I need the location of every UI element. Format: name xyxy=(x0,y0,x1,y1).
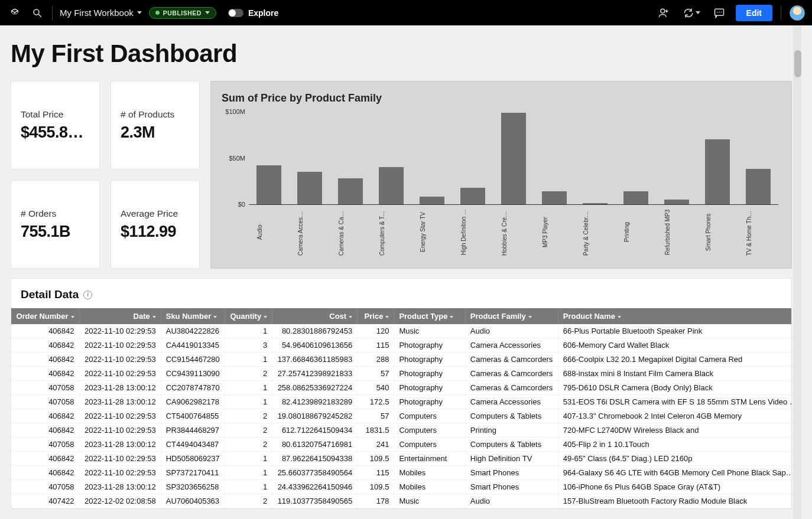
table-cell: 106-iPhone 6s Plus 64GB Space Gray (AT&T… xyxy=(558,480,791,494)
detail-table: Order NumberDateSku NumberQuantityCostPr… xyxy=(11,308,791,508)
table-cell: 27.257412398921833 xyxy=(272,367,358,381)
chart-bar[interactable] xyxy=(664,200,689,204)
avatar[interactable] xyxy=(790,5,805,21)
table-row[interactable]: 4068422022-11-10 02:29:53PR3844468297261… xyxy=(11,423,791,438)
table-cell: 666-Coolpix L32 20.1 Megapixel Digital C… xyxy=(558,352,791,367)
table-cell: Music xyxy=(394,494,465,508)
search-icon[interactable] xyxy=(30,5,45,21)
table-row[interactable]: 4068422022-11-10 02:29:53SP7372170411125… xyxy=(11,466,791,480)
table-row[interactable]: 4070582023-11-28 13:00:12CT4494043487280… xyxy=(11,438,791,452)
chart-bar[interactable] xyxy=(623,191,648,204)
kpi-total-price[interactable]: Total Price $455.8… xyxy=(11,81,100,169)
comments-icon[interactable] xyxy=(711,5,727,21)
explore-toggle[interactable] xyxy=(228,9,243,17)
table-cell: 109.5 xyxy=(358,480,394,494)
chart-card[interactable]: Sum of Price by Product Family $100M$50M… xyxy=(210,81,792,269)
chart-y-tick: $100M xyxy=(225,108,249,115)
table-cell: 137.66846361185983 xyxy=(272,352,358,367)
column-header[interactable]: Cost xyxy=(272,308,358,324)
table-row[interactable]: 4068422022-11-10 02:29:53CA4419013345354… xyxy=(11,338,791,352)
chevron-down-icon xyxy=(205,11,210,14)
table-cell: CC2078747870 xyxy=(161,381,225,395)
table-cell: Cameras & Camcorders xyxy=(465,367,558,381)
svg-point-4 xyxy=(716,11,717,12)
table-header-row: Order NumberDateSku NumberQuantityCostPr… xyxy=(11,308,791,324)
table-cell: 2023-11-28 13:00:12 xyxy=(79,438,161,452)
edit-button[interactable]: Edit xyxy=(736,5,772,21)
table-row[interactable]: 4068422022-11-10 02:29:53HD5058069237187… xyxy=(11,452,791,466)
table-cell: 3 xyxy=(225,338,272,352)
workbook-name-dropdown[interactable]: My First Workbook xyxy=(60,8,142,18)
table-cell: 406842 xyxy=(11,423,79,438)
column-header[interactable]: Order Number xyxy=(11,308,79,324)
info-icon[interactable] xyxy=(83,290,92,299)
column-header[interactable]: Product Name xyxy=(558,308,791,324)
table-cell: 2022-12-02 02:08:58 xyxy=(79,494,161,508)
table-cell: 80.61320754716981 xyxy=(272,438,358,452)
chart-bar[interactable] xyxy=(705,139,730,204)
table-row[interactable]: 4070582023-11-28 13:00:12CA9062982178182… xyxy=(11,395,791,409)
chart-bars xyxy=(249,112,778,204)
table-cell: 80.28301886792453 xyxy=(272,324,358,338)
table-cell: 178 xyxy=(358,494,394,508)
chart-bar[interactable] xyxy=(379,167,404,204)
table-row[interactable]: 4074222022-12-02 02:08:58AU7060405363211… xyxy=(11,494,791,508)
kpi-num-products[interactable]: # of Products 2.3M xyxy=(111,81,200,169)
table-cell: 57 xyxy=(358,409,394,423)
publish-status-badge[interactable]: PUBLISHED xyxy=(149,7,216,19)
app-logo-icon[interactable] xyxy=(7,5,22,21)
table-cell: 82.41239892183289 xyxy=(272,395,358,409)
table-cell: Cameras & Camcorders xyxy=(465,381,558,395)
chart-bar[interactable] xyxy=(542,191,567,204)
chart-x-label: Smart Phones xyxy=(705,208,730,256)
chart-x-label: High Definition … xyxy=(460,208,485,256)
chart-bar[interactable] xyxy=(460,188,485,204)
chart-bar[interactable] xyxy=(501,113,526,204)
table-cell: 2 xyxy=(225,409,272,423)
add-user-icon[interactable] xyxy=(655,5,672,21)
table-cell: 406842 xyxy=(11,452,79,466)
column-header[interactable]: Date xyxy=(79,308,161,324)
chart-bar[interactable] xyxy=(256,165,281,204)
table-cell: 964-Galaxy S6 4G LTE with 64GB Memory Ce… xyxy=(558,466,791,480)
table-cell: AU3804222826 xyxy=(161,324,225,338)
table-cell: 288 xyxy=(358,352,394,367)
chart-bar[interactable] xyxy=(420,197,444,204)
table-cell: 172.5 xyxy=(358,395,394,409)
table-cell: CT5400764855 xyxy=(161,409,225,423)
table-row[interactable]: 4068422022-11-10 02:29:53CC9154467280113… xyxy=(11,352,791,367)
explore-toggle-group: Explore xyxy=(228,8,278,18)
svg-point-6 xyxy=(720,11,722,12)
table-cell: Photography xyxy=(394,381,465,395)
column-header[interactable]: Product Family xyxy=(465,308,558,324)
column-header[interactable]: Quantity xyxy=(225,308,272,324)
chart-bar[interactable] xyxy=(746,169,771,204)
table-row[interactable]: 4070582023-11-28 13:00:12SP3203656258124… xyxy=(11,480,791,494)
chart-title: Sum of Price by Product Family xyxy=(222,92,781,105)
table-row[interactable]: 4070582023-11-28 13:00:12CC2078747870125… xyxy=(11,381,791,395)
chart-bar[interactable] xyxy=(583,203,608,204)
table-cell: 406842 xyxy=(11,324,79,338)
column-header[interactable]: Sku Number xyxy=(161,308,225,324)
table-row[interactable]: 4068422022-11-10 02:29:53CC9439113090227… xyxy=(11,367,791,381)
kpi-avg-price[interactable]: Average Price $112.99 xyxy=(111,180,200,269)
column-header[interactable]: Price xyxy=(358,308,394,324)
kpi-value: $112.99 xyxy=(121,223,190,241)
column-header[interactable]: Product Type xyxy=(394,308,465,324)
table-cell: 2022-11-10 02:29:53 xyxy=(79,466,161,480)
table-cell: 1 xyxy=(225,480,272,494)
refresh-icon[interactable] xyxy=(680,5,703,21)
chart-bar[interactable] xyxy=(338,178,363,204)
table-cell: 1 xyxy=(225,324,272,338)
table-cell: CC9439113090 xyxy=(161,367,225,381)
divider xyxy=(52,6,53,20)
chart-bar[interactable] xyxy=(297,172,322,204)
table-row[interactable]: 4068422022-11-10 02:29:53CT5400764855219… xyxy=(11,409,791,423)
svg-point-0 xyxy=(34,9,39,15)
scrollbar-thumb[interactable] xyxy=(794,50,801,77)
table-cell: 407058 xyxy=(11,395,79,409)
table-row[interactable]: 4068422022-11-10 02:29:53AU3804222826180… xyxy=(11,324,791,338)
table-cell: 406842 xyxy=(11,367,79,381)
top-bar-left: My First Workbook PUBLISHED Explore xyxy=(7,5,278,21)
kpi-num-orders[interactable]: # Orders 755.1B xyxy=(11,180,100,269)
